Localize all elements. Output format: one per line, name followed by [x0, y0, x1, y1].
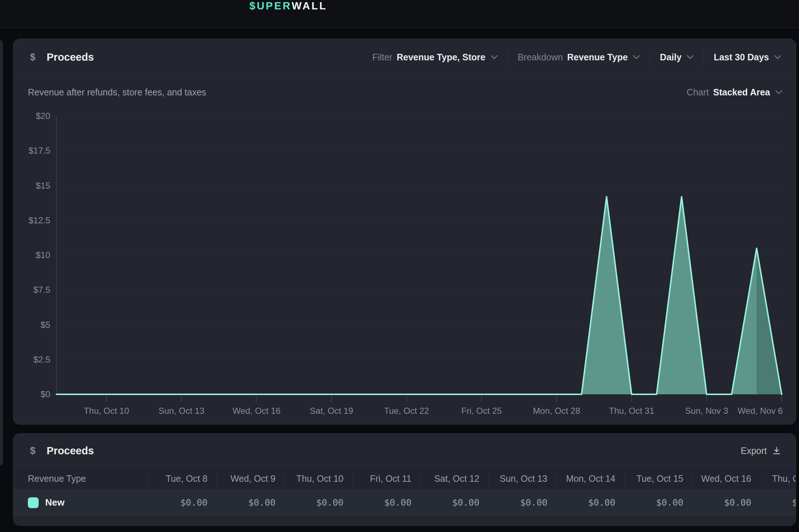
download-icon	[772, 446, 781, 455]
value-cell: $0.00	[149, 489, 217, 516]
y-axis-tick-label: $10	[36, 250, 50, 260]
dollar-icon: $	[30, 445, 37, 456]
value-cell: $0.00	[624, 489, 692, 516]
value-cell: $0.00	[556, 489, 624, 516]
value-cell: $0.00	[285, 489, 352, 516]
series-name: New	[45, 497, 64, 508]
value-cell: $0.00	[352, 489, 420, 516]
export-label: Export	[741, 446, 767, 456]
y-axis-tick-label: $2.5	[33, 355, 50, 364]
row-label-cell: New	[13, 489, 149, 516]
x-axis-tick-label: Thu, Oct 10	[84, 406, 129, 416]
y-axis-tick-label: $15	[36, 181, 50, 190]
logo-accent-text: $UPER	[249, 0, 292, 12]
y-axis-tick-label: $20	[36, 111, 50, 121]
table-card-title: Proceeds	[47, 445, 94, 457]
y-axis-tick-label: $5	[40, 320, 50, 330]
x-axis-tick-label: Tue, Oct 22	[384, 406, 429, 416]
y-axis-tick-label: $17.5	[29, 146, 50, 155]
column-header-date: Sat, Oct 12	[420, 468, 488, 489]
column-header-date: Tue, Oct 8	[149, 468, 217, 489]
column-header-revenue-type: Revenue Type	[13, 468, 149, 489]
x-axis-tick-label: Sat, Oct 19	[310, 406, 353, 416]
column-header-date: Thu, Oct 10	[285, 468, 352, 489]
proceeds-table-card: $ Proceeds Export Revenue TypeTue, Oct 8…	[13, 433, 796, 526]
x-axis-tick-label: Fri, Oct 25	[461, 406, 502, 416]
table-header-row: Revenue TypeTue, Oct 8Wed, Oct 9Thu, Oct…	[13, 468, 796, 489]
x-axis-tick-label: Mon, Oct 28	[533, 406, 580, 416]
x-axis-tick-label: Wed, Nov 6	[738, 406, 783, 416]
column-header-date: Wed, Oct 9	[217, 468, 285, 489]
column-header-date: Mon, Oct 14	[556, 468, 624, 489]
proceeds-chart-card: $ Proceeds Filter Revenue Type, Store Br…	[13, 39, 796, 425]
x-axis-tick-label: Sun, Nov 3	[685, 406, 728, 416]
x-axis-tick-label: Wed, Oct 16	[232, 406, 281, 416]
area-fill-new	[56, 197, 782, 394]
value-cell: $0.00	[760, 489, 796, 516]
table-card-header: $ Proceeds Export	[13, 434, 796, 468]
export-button[interactable]: Export	[741, 446, 781, 456]
adjacent-card-divider	[0, 76, 3, 76]
x-axis-tick-label: Sun, Oct 13	[158, 406, 204, 416]
x-axis-tick-label: Thu, Oct 31	[609, 406, 654, 416]
superwall-logo: $UPERWALL	[249, 0, 327, 13]
y-axis-tick-label: $12.5	[29, 215, 50, 225]
value-cell: $0.00	[692, 489, 760, 516]
table-row: New$0.00$0.00$0.00$0.00$0.00$0.00$0.00$0…	[13, 489, 796, 516]
column-header-date: Fri, Oct 11	[352, 468, 420, 489]
adjacent-card-edge	[0, 39, 3, 467]
top-nav-bar: $UPERWALL	[0, 0, 799, 28]
column-header-date: Thu, Oct 17	[760, 468, 796, 489]
logo-rest-text: WALL	[292, 0, 327, 12]
value-cell: $0.00	[420, 489, 488, 516]
y-axis-tick-label: $7.5	[33, 285, 50, 295]
column-header-date: Tue, Oct 15	[624, 468, 692, 489]
column-header-date: Wed, Oct 16	[692, 468, 760, 489]
series-color-swatch	[28, 497, 39, 508]
column-header-date: Sun, Oct 13	[488, 468, 556, 489]
value-cell: $0.00	[488, 489, 556, 516]
y-axis-tick-label: $0	[40, 389, 50, 399]
value-cell: $0.00	[217, 489, 285, 516]
proceeds-stacked-area-chart[interactable]: $0$2.5$5$7.5$10$12.5$15$17.5$20Thu, Oct …	[13, 39, 796, 425]
